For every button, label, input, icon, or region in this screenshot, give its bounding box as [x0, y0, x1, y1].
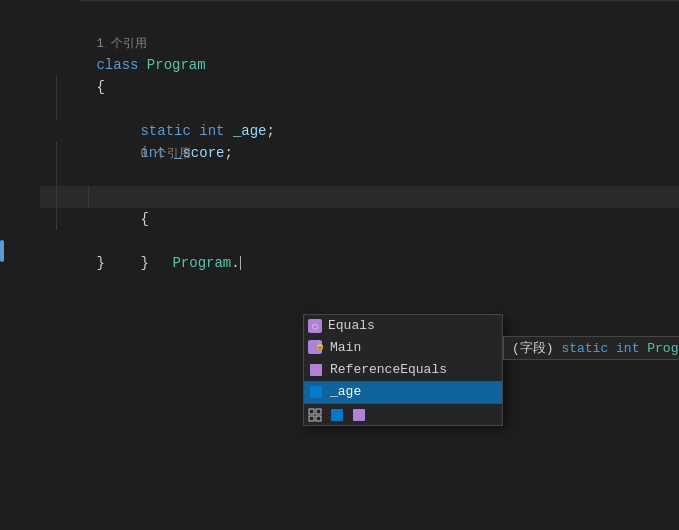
- info-tag: (字段): [512, 341, 561, 356]
- autocomplete-label-age: _age: [330, 381, 361, 403]
- svg-rect-10: [353, 409, 365, 421]
- code-line-current: Program.: [40, 186, 679, 208]
- indent-guide-2: [56, 98, 57, 120]
- code-line-score: int _score;: [40, 98, 679, 120]
- close-brace-2: }: [96, 255, 104, 271]
- code-line-class: class Program: [40, 32, 679, 54]
- code-line-main: static void Main(string[] args): [40, 142, 679, 164]
- indent-guide-4: [56, 164, 57, 186]
- indent-guide-1: [56, 76, 57, 98]
- svg-rect-9: [331, 409, 343, 421]
- indent-guide-6: [88, 186, 89, 208]
- indent-guide-3: [56, 142, 57, 164]
- code-line-open-brace2: {: [40, 164, 679, 186]
- indent-guide-7: [56, 208, 57, 230]
- info-classname: Program: [647, 341, 679, 356]
- svg-rect-4: [310, 386, 322, 398]
- icon-field-age: [308, 384, 324, 400]
- svg-text:⬡: ⬡: [312, 323, 318, 331]
- autocomplete-label-referenceequals: ReferenceEquals: [330, 359, 447, 381]
- code-line-partial: }: [40, 0, 679, 10]
- icon-method-main-wrapper: 🔒: [308, 340, 324, 356]
- code-area[interactable]: } 1 个引用 class Program { static int _age;…: [40, 0, 679, 530]
- code-line-age: static int _age;: [40, 76, 679, 98]
- svg-rect-5: [309, 409, 314, 414]
- autocomplete-item-equals[interactable]: ⬡ Equals: [304, 315, 502, 337]
- code-editor: } 1 个引用 class Program { static int _age;…: [0, 0, 679, 530]
- program-ref: Program: [172, 255, 231, 271]
- info-kw-static: static: [561, 341, 608, 356]
- code-line-close-brace2: }: [40, 230, 679, 252]
- footer-icon-expand: [308, 408, 322, 422]
- autocomplete-item-age[interactable]: _age: [304, 381, 502, 403]
- active-line-indicator: [0, 240, 4, 262]
- autocomplete-label-main: Main: [330, 337, 361, 359]
- svg-rect-8: [316, 416, 321, 421]
- icon-method-referenceequals: [308, 362, 324, 378]
- code-line-open-brace: {: [40, 54, 679, 76]
- footer-icon-method: [352, 408, 366, 422]
- indent-guide-5: [56, 186, 57, 208]
- icon-method-equals: ⬡: [308, 319, 322, 333]
- footer-icon-field: [330, 408, 344, 422]
- left-gutter-bar: [0, 0, 4, 530]
- autocomplete-footer: [304, 403, 502, 425]
- svg-rect-7: [309, 416, 314, 421]
- autocomplete-item-referenceequals[interactable]: ReferenceEquals: [304, 359, 502, 381]
- close-brace-1: }: [140, 255, 148, 271]
- lock-icon: 🔒: [315, 335, 325, 357]
- text-cursor: [240, 256, 241, 270]
- autocomplete-item-main[interactable]: 🔒 Main: [304, 337, 502, 359]
- code-line-close-brace1: }: [40, 208, 679, 230]
- code-line-ref2: 0 个引用: [40, 120, 679, 142]
- svg-rect-3: [310, 364, 322, 376]
- info-kw-int: int: [616, 341, 639, 356]
- svg-rect-6: [316, 409, 321, 414]
- autocomplete-info-panel: (字段) static int Program._a: [503, 336, 679, 360]
- autocomplete-label-equals: Equals: [328, 315, 375, 337]
- code-line-ref1: 1 个引用: [40, 10, 679, 32]
- autocomplete-dropdown[interactable]: ⬡ Equals 🔒 Main ReferenceEqual: [303, 314, 503, 426]
